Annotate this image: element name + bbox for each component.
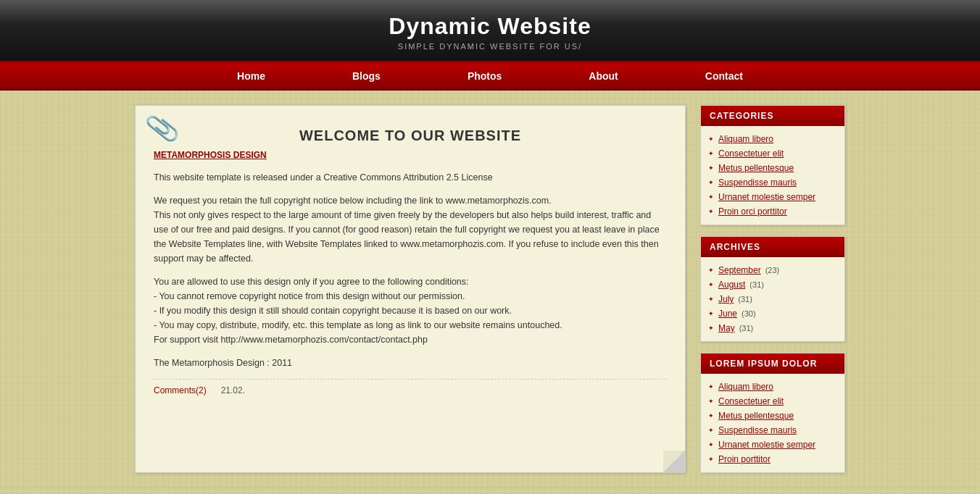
list-item: Aliquam libero <box>708 132 837 146</box>
list-item: Consectetuer elit <box>708 394 837 409</box>
list-item: Metus pellentesque <box>708 161 837 175</box>
archive-link-3[interactable]: July <box>718 294 734 304</box>
list-item: September (23) <box>708 263 837 277</box>
archive-count-5: (31) <box>739 324 754 332</box>
site-header: Dynamic Website SIMPLE DYNAMIC WEBSITE F… <box>0 0 980 63</box>
list-item: August (31) <box>708 277 837 292</box>
archive-link-1[interactable]: September <box>718 265 761 275</box>
post-paragraph-4: The Metamorphosis Design : 2011 <box>154 356 667 370</box>
category-link-6[interactable]: Proin orci porttitor <box>718 206 787 217</box>
lorem-link-1[interactable]: Aliquam libero <box>718 382 773 392</box>
nav-link-photos[interactable]: Photos <box>424 63 545 89</box>
lorem-header: LOREM IPSUM DOLOR <box>701 353 844 374</box>
archive-link-5[interactable]: May <box>718 323 735 333</box>
category-link-4[interactable]: Suspendisse mauris <box>718 177 797 188</box>
post-meta: Comments(2) 21.02. <box>154 379 667 395</box>
list-item: June (30) <box>708 306 837 321</box>
category-link-2[interactable]: Consectetuer elit <box>718 148 784 159</box>
list-item: Consectetuer elit <box>708 146 837 161</box>
nav-item-about[interactable]: About <box>545 63 661 89</box>
lorem-link-4[interactable]: Suspendisse mauris <box>718 425 797 435</box>
archive-count-4: (30) <box>742 309 756 318</box>
lorem-box: LOREM IPSUM DOLOR Aliquam libero Consect… <box>700 353 845 473</box>
list-item: Urnanet molestie semper <box>708 190 837 204</box>
lorem-list: Aliquam libero Consectetuer elit Metus p… <box>701 374 844 472</box>
comments-link[interactable]: Comments(2) <box>154 385 207 395</box>
categories-box: CATEGORIES Aliquam libero Consectetuer e… <box>700 105 845 225</box>
categories-header: CATEGORIES <box>701 106 844 126</box>
nav-item-home[interactable]: Home <box>194 63 309 89</box>
archive-link-4[interactable]: June <box>718 309 737 319</box>
archives-list: September (23) August (31) July (31) Jun… <box>701 257 844 341</box>
post-body: This website template is released under … <box>154 170 667 370</box>
archives-box: ARCHIVES September (23) August (31) July… <box>700 236 845 342</box>
lorem-link-6[interactable]: Proin porttitor <box>718 454 771 464</box>
list-item: Suspendisse mauris <box>708 175 837 190</box>
paperclip-icon: 📎 <box>144 110 182 146</box>
category-link-5[interactable]: Urnanet molestie semper <box>718 192 815 202</box>
list-item: Proin orci porttitor <box>708 204 837 219</box>
post-title: WELCOME TO OUR WEBSITE <box>154 127 667 144</box>
category-link-3[interactable]: Metus pellentesque <box>718 163 794 173</box>
archive-count-2: (31) <box>749 280 764 289</box>
post-subtitle[interactable]: METAMORPHOSIS DESIGN <box>154 150 667 160</box>
nav-item-contact[interactable]: Contact <box>662 63 786 89</box>
nav-link-contact[interactable]: Contact <box>662 63 786 89</box>
categories-list: Aliquam libero Consectetuer elit Metus p… <box>701 126 844 225</box>
post-date: 21.02. <box>221 385 245 395</box>
lorem-link-2[interactable]: Consectetuer elit <box>718 396 784 406</box>
sidebar: CATEGORIES Aliquam libero Consectetuer e… <box>700 105 845 473</box>
list-item: Proin porttitor <box>708 452 837 466</box>
archive-count-1: (23) <box>765 266 780 275</box>
main-nav: Home Blogs Photos About Contact <box>0 63 980 91</box>
nav-link-blogs[interactable]: Blogs <box>309 63 424 89</box>
main-content: 📎 WELCOME TO OUR WEBSITE METAMORPHOSIS D… <box>135 105 686 473</box>
list-item: July (31) <box>708 292 837 306</box>
nav-link-about[interactable]: About <box>545 63 661 89</box>
list-item: Suspendisse mauris <box>708 423 837 438</box>
post-paragraph-2: We request you retain the full copyright… <box>154 193 667 266</box>
site-title: Dynamic Website <box>0 13 980 40</box>
list-item: Metus pellentesque <box>708 409 837 423</box>
nav-link-home[interactable]: Home <box>194 63 309 89</box>
lorem-link-5[interactable]: Urnanet molestie semper <box>718 440 815 450</box>
lorem-link-3[interactable]: Metus pellentesque <box>718 411 794 421</box>
nav-list: Home Blogs Photos About Contact <box>194 63 786 89</box>
archive-count-3: (31) <box>738 295 752 303</box>
list-item: Urnanet molestie semper <box>708 438 837 452</box>
archives-header: ARCHIVES <box>701 237 844 257</box>
nav-item-photos[interactable]: Photos <box>424 63 545 89</box>
list-item: Aliquam libero <box>708 380 837 394</box>
nav-item-blogs[interactable]: Blogs <box>309 63 424 89</box>
page-curl-decoration <box>663 451 685 472</box>
post-paragraph-1: This website template is released under … <box>154 170 667 185</box>
category-link-1[interactable]: Aliquam libero <box>718 134 773 144</box>
archive-link-2[interactable]: August <box>718 280 745 290</box>
site-tagline: SIMPLE DYNAMIC WEBSITE FOR US/ <box>0 42 980 51</box>
list-item: May (31) <box>708 321 837 335</box>
page-wrapper: 📎 WELCOME TO OUR WEBSITE METAMORPHOSIS D… <box>128 105 852 473</box>
post-paragraph-3: You are allowed to use this design only … <box>154 275 667 347</box>
